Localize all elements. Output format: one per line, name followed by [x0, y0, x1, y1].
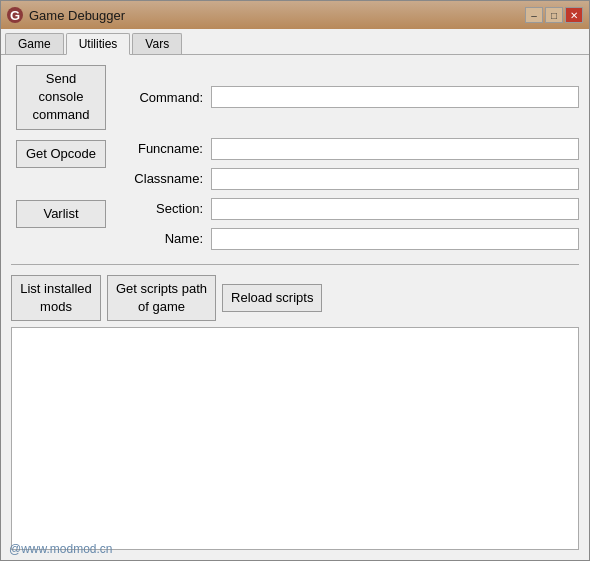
tab-bar: Game Utilities Vars: [1, 29, 589, 55]
funcname-row: Funcname:: [121, 138, 579, 160]
section-row: Section:: [121, 198, 579, 220]
close-button[interactable]: ✕: [565, 7, 583, 23]
name-row: Name:: [121, 228, 579, 250]
minimize-button[interactable]: –: [525, 7, 543, 23]
list-installed-mods-button[interactable]: List installed mods: [11, 275, 101, 321]
funcname-input[interactable]: [211, 138, 579, 160]
bottom-buttons-row: List installed mods Get scripts path of …: [11, 275, 579, 321]
send-console-button[interactable]: Send console command: [16, 65, 106, 130]
classname-input[interactable]: [211, 168, 579, 190]
app-icon: G: [7, 7, 23, 23]
tab-game[interactable]: Game: [5, 33, 64, 54]
window-title: Game Debugger: [29, 8, 125, 23]
command-row: Send console command Command:: [11, 65, 579, 130]
varlist-row: Varlist Section: Name:: [11, 198, 579, 250]
classname-row: Classname:: [121, 168, 579, 190]
tab-utilities[interactable]: Utilities: [66, 33, 131, 55]
section-divider: [11, 264, 579, 265]
title-bar-left: G Game Debugger: [7, 7, 125, 23]
section-input[interactable]: [211, 198, 579, 220]
opcode-row: Get Opcode Funcname: Classname:: [11, 138, 579, 190]
title-bar: G Game Debugger – □ ✕: [1, 1, 589, 29]
command-label: Command:: [121, 90, 211, 105]
get-opcode-button[interactable]: Get Opcode: [16, 140, 106, 168]
tab-vars[interactable]: Vars: [132, 33, 182, 54]
command-input[interactable]: [211, 86, 579, 108]
get-scripts-path-button[interactable]: Get scripts path of game: [107, 275, 216, 321]
content-area: Send console command Command: Get Opcode…: [1, 55, 589, 560]
watermark: @www.modmod.cn: [9, 542, 113, 556]
funcname-label: Funcname:: [121, 141, 211, 156]
title-bar-controls: – □ ✕: [525, 7, 583, 23]
reload-scripts-button[interactable]: Reload scripts: [222, 284, 322, 312]
name-label: Name:: [121, 231, 211, 246]
output-area: [11, 327, 579, 550]
maximize-button[interactable]: □: [545, 7, 563, 23]
name-input[interactable]: [211, 228, 579, 250]
section-label: Section:: [121, 201, 211, 216]
main-window: G Game Debugger – □ ✕ Game Utilities Var…: [0, 0, 590, 561]
varlist-button[interactable]: Varlist: [16, 200, 106, 228]
classname-label: Classname:: [121, 171, 211, 186]
